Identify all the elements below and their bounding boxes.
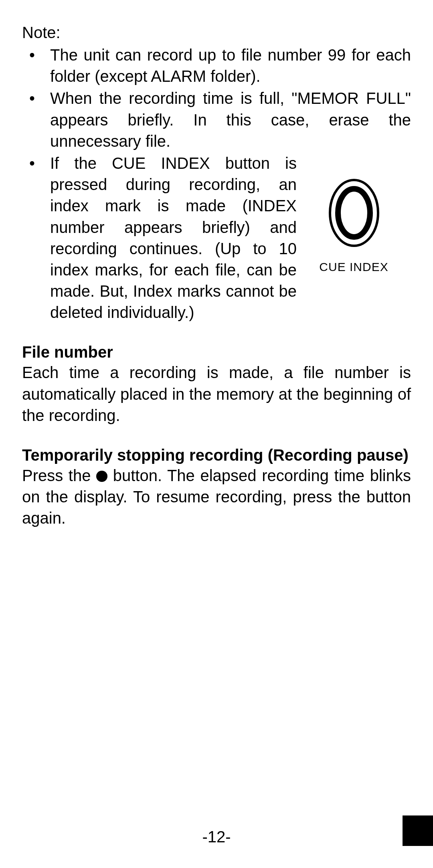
record-button-icon xyxy=(96,471,107,482)
page-number: -12- xyxy=(0,828,433,846)
section-heading-file-number: File number xyxy=(22,343,411,361)
figure-caption: CUE INDEX xyxy=(297,259,411,275)
manual-page: Note: The unit can record up to file num… xyxy=(0,0,433,868)
section-body: Press the button. The elapsed recording … xyxy=(22,465,411,529)
svg-point-1 xyxy=(338,189,370,237)
page-edge-marker xyxy=(403,815,433,846)
cue-index-button-icon xyxy=(324,177,384,249)
note-item: The unit can record up to file number 99… xyxy=(50,45,411,87)
section-body: Each time a recording is made, a file nu… xyxy=(22,362,411,426)
section-text: Press the xyxy=(22,467,96,484)
note-label: Note: xyxy=(22,22,411,43)
note-item: If the CUE INDEX button is pressed durin… xyxy=(50,153,411,324)
note-list: The unit can record up to file number 99… xyxy=(22,45,411,323)
note-item: When the recording time is full, "MEMOR … xyxy=(50,88,411,152)
note-item-text: If the CUE INDEX button is pressed durin… xyxy=(50,153,297,324)
cue-index-figure: CUE INDEX xyxy=(297,177,411,275)
section-heading-pause: Temporarily stopping recording (Recordin… xyxy=(22,446,411,464)
